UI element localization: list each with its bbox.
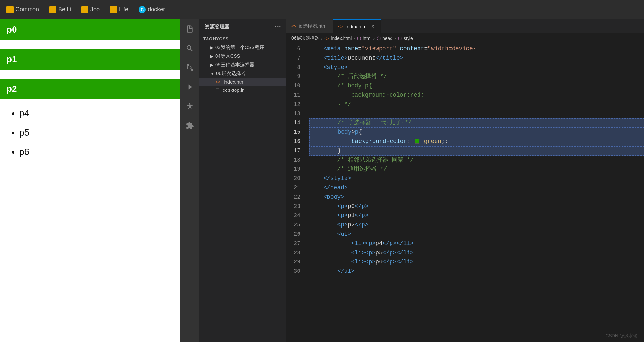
bookmark-icon-life [110,6,117,13]
code-line-13 [309,109,644,119]
bookmark-job[interactable]: Job [79,5,102,14]
bookmark-icon-common [6,6,14,13]
breadcrumb-head-icon: ⬡ [377,36,381,41]
code-line-17: } [309,146,644,156]
editor-tabs: <> id选择器.html <> index.html ✕ [286,19,644,33]
bookmark-life[interactable]: Life [107,5,131,14]
preview-p2: p2 [0,79,180,99]
code-line-8: <style> [309,63,644,72]
breadcrumb-sep0: › [321,36,323,41]
code-line-24: <p>p1</p> [309,211,644,220]
breadcrumb-sep1: › [354,36,355,41]
chevron-right-icon-05: ▶ [210,63,213,67]
code-content[interactable]: 6 7 8 9 10 11 12 13 14 15 16 17 18 19 20… [286,43,644,342]
tree-label-06: 06层次选择器 [216,71,246,77]
breadcrumb-html-icon: ⬡ [357,36,361,41]
activity-source-control-icon[interactable] [183,61,196,74]
tree-item-desktop[interactable]: ☰ desktop.ini [199,86,286,94]
preview-li-p6: p6 [19,147,180,157]
tree-label-05: 05三种基本选择器 [215,62,254,68]
line-num-12: 12 [286,100,300,109]
breadcrumb-part1[interactable]: index.html [331,36,352,41]
breadcrumb-part2[interactable]: html [363,36,371,41]
explorer-title: 资源管理器 [205,24,230,30]
line-num-7: 7 [286,53,300,63]
preview-p0: p0 [0,19,180,40]
tab-label-index: index.html [346,24,368,29]
line-num-26: 26 [286,230,300,239]
activity-extensions-icon[interactable] [183,119,196,132]
code-line-27: <li><p>p4</p></li> [309,239,644,248]
line-num-13: 13 [286,109,300,119]
breadcrumb-file-icon: <> [324,36,329,41]
line-num-19: 19 [286,165,300,174]
tab-index[interactable]: <> index.html ✕ [333,19,381,33]
line-num-8: 8 [286,63,300,72]
line-num-27: 27 [286,239,300,248]
code-lines: <meta name="viewport" content="width=dev… [304,43,644,342]
bookmark-label-beili: BeiLi [58,6,71,13]
code-line-23: <p>p0</p> [309,202,644,211]
line-num-30: 30 [286,267,300,276]
code-line-22: <body> [309,193,644,202]
breadcrumb-part4[interactable]: style [404,36,413,41]
tree-item-05[interactable]: ▶ 05三种基本选择器 [199,61,286,69]
tree-item-06[interactable]: ▼ 06层次选择器 [199,69,286,78]
code-line-30: </ul> [309,267,644,276]
main-area: p0 p1 p2 p4 p5 p6 资源管理器 · [0,19,644,342]
breadcrumb: 06层次选择器 › <> index.html › ⬡ html › ⬡ hea… [286,33,644,43]
tab-close-icon[interactable]: ✕ [370,23,375,30]
line-num-6: 6 [286,44,300,53]
line-num-23: 23 [286,202,300,211]
breadcrumb-part3[interactable]: head [382,36,392,41]
line-num-11: 11 [286,90,300,100]
chevron-down-icon-06: ▼ [210,71,214,76]
line-num-24: 24 [286,211,300,220]
bookmark-icon-beili [49,6,56,13]
bookmark-label-docker: docker [148,6,165,13]
tree-item-index[interactable]: <> index.html [199,78,286,86]
activity-files-icon[interactable] [183,23,196,35]
line-num-18: 18 [286,156,300,165]
preview-li-p4: p4 [19,108,180,119]
tree-label-03: 03我的第一个CSS程序 [215,44,264,51]
code-line-16: background-color: green;; [309,137,644,146]
breadcrumb-part0[interactable]: 06层次选择器 [291,35,319,41]
code-line-10: /* body p{ [309,81,644,90]
code-line-12: } */ [309,100,644,109]
file-icon-html: <> [216,80,220,84]
file-icon-ini: ☰ [216,88,219,92]
bookmarks-bar: Common BeiLi Job Life C docker [0,0,644,19]
tab-id-selector[interactable]: <> id选择器.html [286,19,333,33]
code-line-18: /* 相邻兄弟选择器 同辈 */ [309,156,644,165]
code-line-21: </head> [309,183,644,193]
tree-label-desktop: desktop.ini [223,87,246,93]
bookmark-icon-job [81,6,88,13]
bookmark-label-common: Common [15,6,39,13]
chevron-right-icon: ▶ [210,45,213,50]
tree-item-03[interactable]: ▶ 03我的第一个CSS程序 [199,43,286,52]
bookmark-common[interactable]: Common [4,5,41,14]
bookmark-label-life: Life [119,6,128,13]
activity-search-icon[interactable] [183,42,196,55]
bookmark-beili[interactable]: BeiLi [47,5,74,14]
line-num-21: 21 [286,183,300,193]
color-swatch-green [415,139,419,144]
bookmark-icon-docker: C [139,6,146,13]
bookmark-label-job: Job [90,6,100,13]
bookmark-docker[interactable]: C docker [136,5,168,14]
line-num-10: 10 [286,81,300,90]
line-num-29: 29 [286,257,300,267]
line-num-22: 22 [286,193,300,202]
explorer-more-icon[interactable]: ··· [275,23,281,31]
breadcrumb-style-icon: ⬡ [398,36,402,41]
code-line-7: <title>Document</title> [309,53,644,63]
preview-p1: p1 [0,49,180,70]
tree-item-04[interactable]: ▶ 04导入CSS [199,52,286,61]
explorer-header: 资源管理器 ··· [199,19,286,34]
activity-run-icon[interactable] [183,81,196,93]
file-explorer: 资源管理器 ··· TAOHYCSS ▶ 03我的第一个CSS程序 ▶ 04导入… [199,19,286,342]
tab-label-id: id选择器.html [299,23,327,29]
line-num-15: 15 [286,128,300,137]
activity-debug-icon[interactable] [183,100,196,113]
